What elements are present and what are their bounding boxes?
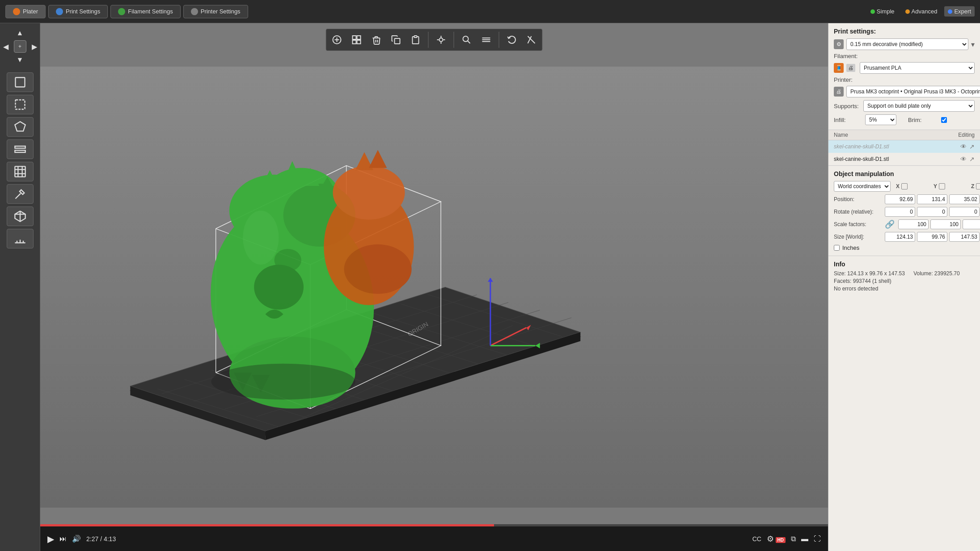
- inches-label: Inches: [842, 244, 859, 251]
- settings-dropdown-arrow[interactable]: ▾: [971, 40, 975, 49]
- progress-track[interactable]: [40, 524, 828, 526]
- cube-tool[interactable]: [7, 206, 34, 226]
- svg-rect-0: [15, 78, 25, 87]
- viewport[interactable]: ORIGIN: [40, 23, 828, 551]
- scale-label: Scale factors:: [834, 221, 883, 227]
- theater-button[interactable]: ▬: [801, 535, 808, 543]
- fullscreen-button[interactable]: ⛶: [814, 535, 821, 543]
- infill-select[interactable]: 5%: [865, 114, 896, 125]
- rot-z-input[interactable]: [949, 207, 980, 217]
- svg-marker-2: [15, 122, 25, 131]
- scale-row: Scale factors: 🔗 %: [834, 219, 975, 229]
- mode-expert[interactable]: Expert: [944, 6, 975, 17]
- size-z-input[interactable]: [949, 232, 980, 242]
- rotate-row: Rotate (relative): °: [834, 207, 975, 217]
- scale-inputs: 🔗 %: [885, 219, 980, 229]
- scale-lock-icon[interactable]: 🔗: [885, 219, 895, 229]
- move-right-button[interactable]: ▶: [28, 40, 41, 53]
- expert-label: Expert: [954, 8, 971, 15]
- obj-item-2[interactable]: skel-canine-skull-D1.stl 👁 ↗: [828, 153, 980, 165]
- tab-plater[interactable]: Plater: [5, 5, 46, 18]
- select-tool[interactable]: [7, 72, 34, 92]
- miniplayer-button[interactable]: ⧉: [791, 535, 796, 543]
- printer-select[interactable]: Prusa MK3 octoprint • Original Prusa i3 …: [846, 86, 980, 97]
- pos-z-input[interactable]: [949, 194, 980, 204]
- tab-print-settings[interactable]: Print Settings: [48, 5, 108, 18]
- filament-select-row: 🧵 🖨 Prusament PLA: [834, 62, 975, 74]
- tab-filament-label: Filament Settings: [128, 8, 173, 15]
- volume-button[interactable]: 🔊: [72, 534, 81, 543]
- position-row: Position: mm: [834, 194, 975, 204]
- title-bar: Plater Print Settings Filament Settings …: [0, 0, 980, 23]
- size-inputs: mm: [885, 232, 980, 242]
- move-down-button[interactable]: ▼: [12, 54, 28, 66]
- brim-label: Brim:: [908, 117, 935, 123]
- support-tool[interactable]: [7, 162, 34, 181]
- infill-brim-row: Infill: 5% Brim:: [834, 114, 975, 125]
- move-up-button[interactable]: ▲: [12, 27, 28, 39]
- scale-z-input[interactable]: [963, 219, 980, 229]
- pos-y-input[interactable]: [917, 194, 947, 204]
- rot-x-input[interactable]: [885, 207, 915, 217]
- obj-name-1: skel-canine-skull-D1.stl: [834, 143, 958, 150]
- pos-x-input[interactable]: [885, 194, 915, 204]
- move-left-button[interactable]: ◀: [0, 40, 12, 53]
- play-button[interactable]: ▶: [47, 534, 54, 544]
- region-select-tool[interactable]: [7, 95, 34, 114]
- move-center-button[interactable]: +: [14, 40, 26, 53]
- mode-advanced[interactable]: Advanced: [902, 6, 941, 17]
- scale-y-input[interactable]: [930, 219, 961, 229]
- xyz-headers: X Y Z: [896, 183, 980, 189]
- mode-simple[interactable]: Simple: [867, 6, 898, 17]
- brim-checkbox[interactable]: [941, 117, 947, 123]
- obj-1-edit[interactable]: ↗: [969, 143, 975, 150]
- advanced-label: Advanced: [912, 8, 938, 15]
- obj-2-visibility[interactable]: 👁: [960, 156, 967, 163]
- subtitles-button[interactable]: CC: [752, 535, 761, 543]
- obj-1-visibility[interactable]: 👁: [960, 143, 967, 150]
- tab-filament-settings[interactable]: Filament Settings: [110, 5, 180, 18]
- time-display: 2:27 / 4:13: [86, 535, 116, 543]
- size-y-input[interactable]: [917, 232, 947, 242]
- plater-icon: [13, 8, 20, 15]
- inches-checkbox[interactable]: [834, 245, 840, 251]
- svg-rect-5: [15, 166, 25, 177]
- supports-select[interactable]: Support on build plate only: [863, 100, 975, 112]
- svg-point-80: [254, 265, 304, 310]
- svg-rect-4: [15, 150, 25, 152]
- svg-point-85: [243, 210, 279, 265]
- measure-tool[interactable]: [7, 229, 34, 248]
- info-volume-value: 239925.70: [934, 270, 960, 277]
- print-settings-select[interactable]: 0.15 mm decorative (modified): [846, 38, 968, 50]
- x-lock-icon: [901, 183, 908, 189]
- filament-select[interactable]: Prusament PLA: [860, 62, 975, 74]
- obj-name-2: skel-canine-skull-D1.stl: [834, 156, 958, 162]
- printer-select-row: 🖨 Prusa MK3 octoprint • Original Prusa i…: [834, 86, 975, 97]
- info-title: Info: [834, 261, 975, 268]
- nav-arrows-group: ▲ ◀ + ▶ ▼: [0, 27, 41, 66]
- size-x-input[interactable]: [885, 232, 915, 242]
- coordinate-system-select[interactable]: World coordinates: [834, 181, 891, 192]
- layer-tool[interactable]: [7, 139, 34, 159]
- info-volume-label: Volume:: [913, 270, 933, 277]
- obj-2-edit[interactable]: ↗: [969, 156, 975, 163]
- current-time: 2:27: [86, 535, 98, 543]
- next-button[interactable]: ⏭: [59, 535, 67, 543]
- video-bar: ▶ ⏭ 🔊 2:27 / 4:13 CC ⚙ HD ⧉ ▬ ⛶: [40, 524, 828, 551]
- y-lock-icon: [939, 183, 945, 189]
- paint-tool[interactable]: [7, 184, 34, 204]
- col-name: Name: [834, 132, 848, 138]
- svg-point-90: [344, 244, 412, 294]
- advanced-dot: [905, 9, 910, 14]
- rot-y-input[interactable]: [917, 207, 947, 217]
- scale-x-input[interactable]: [898, 219, 929, 229]
- z-lock-icon: [976, 183, 980, 189]
- obj-manip-title: Object manipulation: [834, 170, 975, 177]
- filament-spool-icon: 🧵: [834, 63, 844, 73]
- simple-dot: [870, 9, 875, 14]
- settings-button[interactable]: ⚙: [767, 534, 774, 544]
- tab-printer-settings[interactable]: Printer Settings: [183, 5, 248, 18]
- lasso-tool[interactable]: [7, 117, 34, 137]
- info-facets-row: Facets: 993744 (1 shell): [834, 278, 975, 284]
- obj-item-1[interactable]: skel-canine-skull-D1.stl 👁 ↗: [828, 140, 980, 153]
